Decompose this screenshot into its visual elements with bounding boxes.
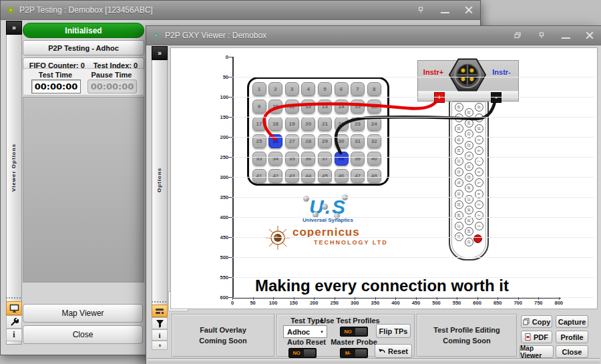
close-button[interactable]: × [461,3,476,17]
connector-pin: 19 [285,117,299,131]
probe-pin: 18 [465,184,473,192]
info-icon: i [158,331,160,339]
sliders-icon [155,308,164,315]
connector-pin: 38 [335,152,349,166]
y-tick-mark [228,197,232,198]
master-probe-label: Master Probe [327,338,381,346]
x-tick-label: 500 [429,300,445,306]
dropdown-arrow-icon: ▼ [317,330,327,334]
x-tick-mark [355,297,355,300]
connector-pin: 13 [318,100,332,114]
connector-pin: 48 [367,169,381,183]
reset-button[interactable]: Reset [375,344,412,358]
pause-time-field[interactable]: 00:00:00 [87,79,137,94]
capture-button[interactable]: Capture [556,315,588,328]
y-tick-label: 100 [210,94,228,100]
x-tick-label: 0 [224,300,240,306]
universal-synaptics-logo: U.S Universal Synaptics [284,198,371,223]
wrench-icon [9,317,19,327]
restore-icon[interactable] [510,28,525,43]
options-label: Options [152,156,166,203]
probe-pin: 38 [455,103,463,112]
y-tick-label: 250 [210,154,228,160]
tools-button[interactable] [6,315,22,329]
copernicus-logo: copernicus Technology Ltd [266,226,426,252]
minus-terminal: - [491,92,502,103]
wiring-map-plot[interactable]: 1234567891011121314151617181920212223242… [170,47,598,309]
collapse-button[interactable]: » [152,341,168,350]
map-viewer-button[interactable]: Map Viewer [520,345,554,358]
overlay-options-button[interactable] [152,305,168,317]
map-viewer-button[interactable]: Map Viewer [23,304,143,323]
info-button[interactable]: i [152,329,168,341]
profile-button[interactable]: Profile [556,331,588,343]
connector-pin: 21 [318,117,332,131]
x-tick-mark [497,297,498,300]
minimize-button[interactable] [558,28,573,43]
connector-pin: 6 [335,82,349,96]
gridline [232,197,594,198]
x-tick-label: 550 [449,300,465,306]
gridline [232,297,594,298]
pdf-button[interactable]: PDF [521,331,552,343]
instr-plus-label: Instr+ [418,68,449,76]
connector-pin: 31 [351,134,365,148]
connector-pin: 26 [268,134,282,148]
y-tick-mark [228,177,232,178]
fault-overlay-box: Fault OverlayComing Soon [172,314,274,357]
editing-line2: Coming Soon [443,335,491,347]
gridline [232,137,594,138]
x-tick-label: 150 [286,300,302,306]
probe-pin: 36 [455,124,463,133]
profile-editing-box: Test Profile EditingComing Soon [417,314,517,357]
y-tick-mark [228,277,232,278]
test-time-field[interactable]: 00:00:00 [31,79,81,94]
connector-pin: 23 [351,117,365,131]
connector-pin: 29 [318,134,332,148]
x-tick-label: 300 [347,300,363,306]
pin-icon[interactable] [534,28,549,43]
x-tick-label: 750 [530,300,546,306]
probe-pin: 27 [455,222,463,230]
master-probe-toggle[interactable]: M- [340,348,368,358]
filter-button[interactable] [152,317,168,329]
connector-pin: 35 [285,152,299,166]
flip-tps-button[interactable]: Flip TPs [376,324,411,338]
copy-button[interactable]: Copy [521,315,552,328]
viewer-display-button[interactable] [6,301,22,315]
test-type-dropdown[interactable]: Adhoc ▼ [283,325,327,338]
auto-reset-toggle[interactable]: NO [288,348,317,358]
x-tick-mark [518,297,519,300]
connector-pin: 11 [285,100,299,114]
connector-pin: 42 [268,169,282,183]
undo-arrow-icon [379,349,385,354]
p2p-testing-titlebar[interactable]: P2P Testing : Demobox [123456ABC] × [1,1,480,20]
test-mode-button[interactable]: P2P Testing - Adhoc [23,40,144,55]
options-expander[interactable]: » [152,46,168,60]
viewer-options-expander[interactable]: » [6,21,22,35]
status-badge: Initialised [23,23,144,38]
x-tick-mark [273,297,274,300]
close-window-button[interactable]: Close [23,325,143,344]
minimize-button[interactable] [437,3,452,17]
connector-pin: 10 [268,100,282,114]
connector-pin: 24 [367,117,381,131]
x-tick-label: 700 [510,300,526,306]
pin-icon[interactable] [413,3,428,17]
y-tick-label: 450 [210,234,228,240]
close-viewer-button[interactable]: Close [556,345,588,358]
info-button[interactable]: i [6,329,22,341]
probe-pin: 6 [475,168,483,176]
probe-pin: 33 [455,157,463,166]
y-tick-label: 550 [210,275,228,281]
gxy-viewer-titlebar[interactable]: P2P GXY Viewer : Demobox × [146,26,601,45]
probe-pin: 20 [465,162,473,171]
x-tick-mark [559,297,560,300]
use-test-profiles-toggle[interactable]: NO [340,327,368,337]
x-tick-mark [416,297,417,300]
filter-icon [156,319,164,328]
probe-pin: 3 [475,200,483,209]
instr-minus-label: Instr- [486,68,517,76]
connector-pin: 47 [351,169,365,183]
close-button[interactable]: × [582,28,597,43]
